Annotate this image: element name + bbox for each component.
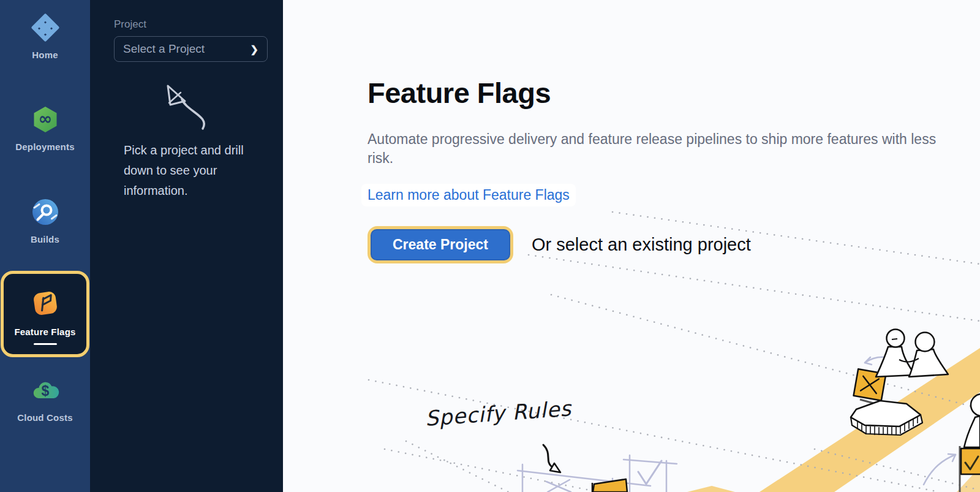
builds-icon [31, 198, 59, 229]
sidebar-item-cloud-costs[interactable]: $ Cloud Costs [0, 376, 90, 423]
sidebar-item-label: Cloud Costs [17, 412, 73, 423]
project-actions-row: Create Project Or select an existing pro… [368, 226, 980, 263]
home-modules-icon [31, 13, 59, 44]
module-sidebar: Home ∞ Deployments Builds [0, 0, 90, 492]
svg-text:∞: ∞ [38, 109, 52, 128]
select-project-value: Select a Project [123, 42, 251, 56]
feature-flags-icon [30, 288, 61, 321]
svg-text:$: $ [41, 383, 49, 399]
sidebar-item-deployments[interactable]: ∞ Deployments [0, 105, 90, 152]
sidebar-item-label: Deployments [15, 142, 74, 152]
ink-arrow-doodle [543, 445, 560, 472]
select-project-dropdown[interactable]: Select a Project ❯ [114, 36, 268, 62]
project-panel: Project Select a Project ❯ Pick a projec… [90, 0, 283, 492]
team-figures-doodle [876, 330, 948, 377]
small-flag-doodle [592, 479, 627, 492]
create-project-highlight-ring: Create Project [368, 226, 513, 263]
sidebar-item-label: Feature Flags [14, 327, 75, 337]
pick-project-hint: Pick a project and drill down to see you… [124, 140, 257, 201]
learn-more-link[interactable]: Learn more about Feature Flags [361, 184, 576, 206]
chevron-right-icon: ❯ [251, 44, 258, 55]
specify-rules-caption: Specify Rules [424, 396, 573, 431]
main-content: Feature Flags Automate progressive deliv… [283, 0, 980, 263]
sidebar-item-builds[interactable]: Builds [0, 198, 90, 244]
deployments-icon: ∞ [31, 105, 59, 136]
active-module-underline [34, 343, 57, 345]
sidebar-item-label: Home [32, 50, 58, 60]
module-description: Automate progressive delivery and featur… [368, 130, 940, 168]
sidebar-item-home[interactable]: Home [0, 13, 90, 60]
page-title: Feature Flags [368, 77, 980, 109]
feature-flags-overview: Specify Rules [283, 0, 980, 492]
cloud-costs-icon: $ [31, 376, 59, 407]
or-select-existing-text: Or select an existing project [532, 235, 751, 255]
sidebar-item-label: Builds [31, 234, 59, 244]
sketch-arrow-up-icon [150, 72, 217, 147]
create-project-button[interactable]: Create Project [371, 229, 510, 260]
sidebar-item-feature-flags[interactable]: Feature Flags [1, 271, 89, 357]
project-panel-label: Project [114, 18, 283, 31]
